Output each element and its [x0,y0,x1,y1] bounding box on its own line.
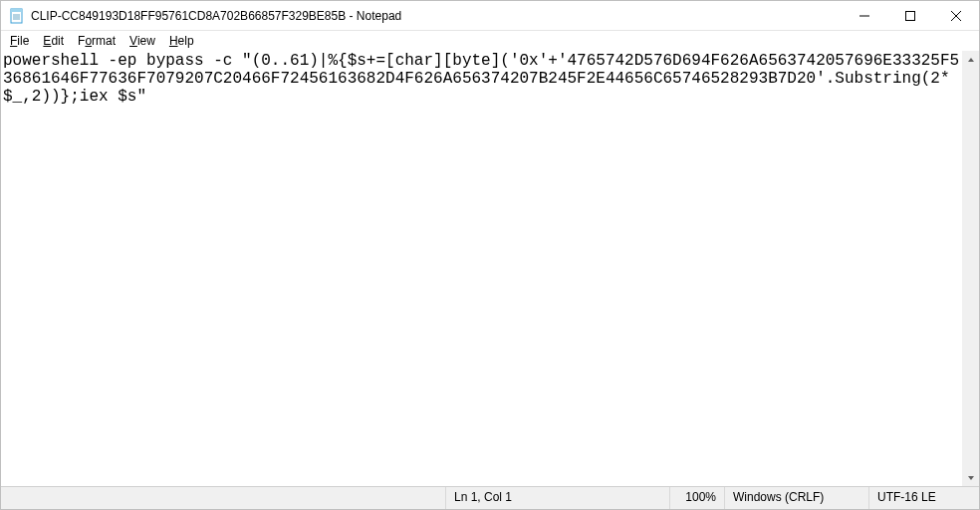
menu-view[interactable]: View [122,33,162,50]
titlebar[interactable]: CLIP-CC849193D18FF95761CD8A702B66857F329… [1,1,979,31]
window-controls [842,1,979,30]
editor-area: powershell -ep bypass -c "(0..61)|%{$s+=… [1,51,979,486]
menu-edit[interactable]: Edit [36,33,71,50]
scroll-down-icon[interactable] [962,469,979,486]
minimize-button[interactable] [842,1,887,30]
status-zoom[interactable]: 100% [670,487,725,509]
close-button[interactable] [933,1,979,30]
maximize-button[interactable] [887,1,933,30]
menu-help[interactable]: Help [162,33,201,50]
text-editor[interactable]: powershell -ep bypass -c "(0..61)|%{$s+=… [1,51,962,486]
scroll-up-icon[interactable] [962,51,979,68]
notepad-window: CLIP-CC849193D18FF95761CD8A702B66857F329… [0,0,980,510]
status-encoding: UTF-16 LE [869,487,979,509]
menu-format[interactable]: Format [71,33,122,50]
svg-rect-1 [11,9,22,12]
status-line-col: Ln 1, Col 1 [446,487,670,509]
scroll-track[interactable] [962,68,979,469]
svg-marker-10 [968,476,974,480]
notepad-icon [9,8,25,24]
status-spacer [1,487,446,509]
vertical-scrollbar[interactable] [962,51,979,486]
statusbar: Ln 1, Col 1 100% Windows (CRLF) UTF-16 L… [1,486,979,509]
svg-marker-9 [968,58,974,62]
status-eol: Windows (CRLF) [725,487,869,509]
menu-file[interactable]: File [3,33,36,50]
window-title: CLIP-CC849193D18FF95761CD8A702B66857F329… [31,9,842,23]
svg-rect-6 [906,11,915,20]
menubar: File Edit Format View Help [1,31,979,51]
